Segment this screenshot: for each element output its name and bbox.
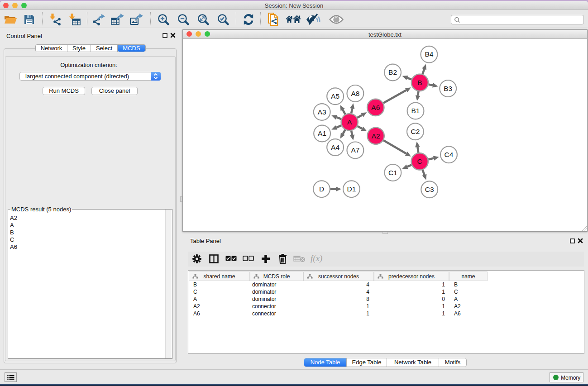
svg-text:B2: B2 <box>388 68 397 76</box>
svg-text:A8: A8 <box>351 90 359 97</box>
svg-text:A1: A1 <box>318 129 326 137</box>
svg-text:A4: A4 <box>331 143 339 151</box>
svg-text:A: A <box>347 118 352 126</box>
svg-text:A5: A5 <box>331 92 339 100</box>
svg-text:A2: A2 <box>372 132 380 140</box>
svg-text:D1: D1 <box>347 185 356 193</box>
svg-text:B3: B3 <box>444 85 452 92</box>
svg-text:C1: C1 <box>388 169 397 176</box>
svg-text:B: B <box>417 79 422 86</box>
svg-text:C3: C3 <box>425 186 434 193</box>
svg-text:B1: B1 <box>411 107 420 114</box>
svg-text:A6: A6 <box>371 104 380 111</box>
svg-text:A3: A3 <box>318 108 326 116</box>
svg-text:A7: A7 <box>351 146 359 154</box>
svg-text:B4: B4 <box>425 50 433 58</box>
svg-text:C: C <box>417 157 422 165</box>
svg-text:D: D <box>319 185 324 193</box>
svg-text:C2: C2 <box>411 128 420 135</box>
svg-text:C4: C4 <box>445 151 454 158</box>
